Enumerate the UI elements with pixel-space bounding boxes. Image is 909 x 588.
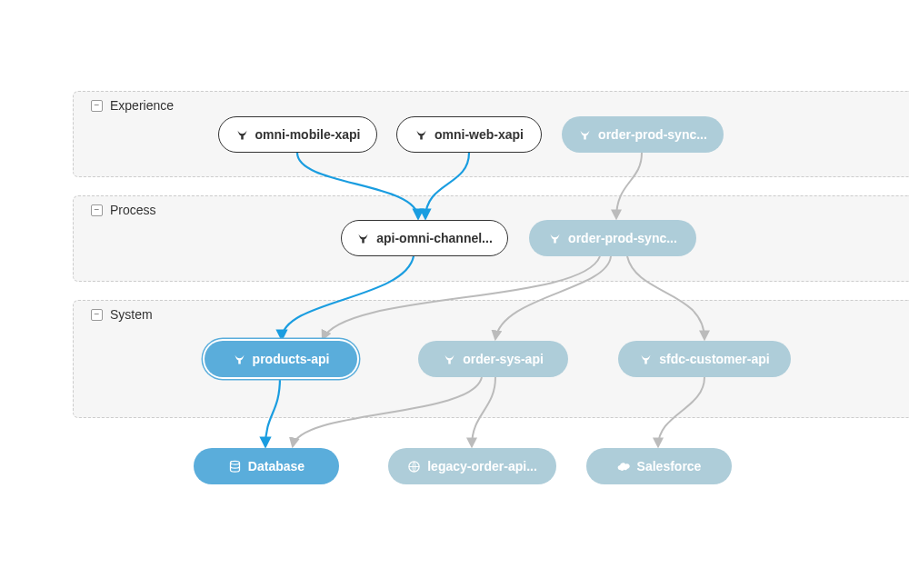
node-order-prod-sync-proc[interactable]: order-prod-sync... xyxy=(529,220,696,256)
svg-point-0 xyxy=(230,461,239,464)
layer-name-experience: Experience xyxy=(110,98,174,113)
layer-name-system: System xyxy=(110,307,153,322)
mule-icon xyxy=(578,128,592,142)
node-label: sfdc-customer-api xyxy=(659,352,769,366)
node-database[interactable]: Database xyxy=(194,448,339,484)
node-label: Database xyxy=(248,459,305,473)
layer-name-process: Process xyxy=(110,203,156,217)
mule-icon xyxy=(235,128,249,142)
layer-label-system: − System xyxy=(91,307,153,322)
layer-label-process: − Process xyxy=(91,203,156,217)
node-label: Salesforce xyxy=(637,459,702,473)
node-salesforce[interactable]: Salesforce xyxy=(586,448,732,484)
database-icon xyxy=(228,460,242,473)
collapse-button-system[interactable]: − xyxy=(91,309,103,321)
node-legacy-order-api[interactable]: legacy-order-api... xyxy=(388,448,556,484)
node-label: order-prod-sync... xyxy=(568,231,677,245)
mule-icon xyxy=(548,232,562,245)
mule-icon xyxy=(639,353,653,366)
mule-icon xyxy=(233,353,246,366)
node-label: products-api xyxy=(253,352,330,366)
node-label: api-omni-channel... xyxy=(376,231,493,245)
layer-label-experience: − Experience xyxy=(91,98,174,113)
node-omni-mobile-xapi[interactable]: omni-mobile-xapi xyxy=(218,116,377,153)
edges-layer xyxy=(0,0,909,588)
node-label: legacy-order-api... xyxy=(427,459,537,473)
node-products-api[interactable]: products-api xyxy=(205,341,357,377)
mule-icon xyxy=(415,128,428,142)
node-sfdc-customer-api[interactable]: sfdc-customer-api xyxy=(618,341,791,377)
node-api-omni-channel[interactable]: api-omni-channel... xyxy=(341,220,508,256)
node-order-prod-sync-exp[interactable]: order-prod-sync... xyxy=(562,116,724,153)
collapse-button-experience[interactable]: − xyxy=(91,100,103,112)
node-label: order-prod-sync... xyxy=(598,127,707,142)
node-label: order-sys-api xyxy=(463,352,544,366)
globe-icon xyxy=(407,460,421,473)
cloud-icon xyxy=(617,460,631,473)
node-label: omni-mobile-xapi xyxy=(255,127,361,142)
node-label: omni-web-xapi xyxy=(435,127,524,142)
node-order-sys-api[interactable]: order-sys-api xyxy=(418,341,568,377)
node-omni-web-xapi[interactable]: omni-web-xapi xyxy=(396,116,542,153)
collapse-button-process[interactable]: − xyxy=(91,204,103,216)
mule-icon xyxy=(443,353,456,366)
mule-icon xyxy=(356,232,370,245)
diagram-canvas: − Experience − Process − System xyxy=(0,0,909,588)
